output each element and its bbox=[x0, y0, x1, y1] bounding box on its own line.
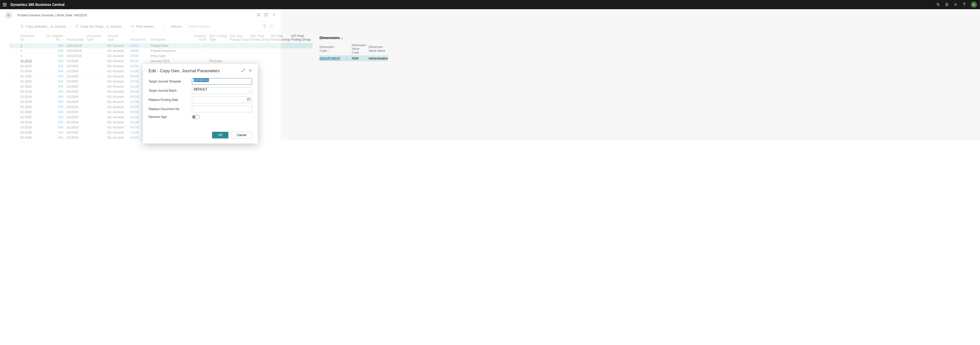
docno-input[interactable] bbox=[192, 106, 252, 112]
search-icon[interactable] bbox=[936, 3, 940, 6]
svg-line-1 bbox=[939, 5, 940, 6]
docno-label: Replace Document No. bbox=[148, 107, 192, 111]
close-icon[interactable] bbox=[248, 69, 252, 73]
col-vat-prod[interactable]: VAT Prod. Posting Group bbox=[291, 34, 311, 42]
actions-menu[interactable]: Actions bbox=[171, 24, 182, 28]
posting-date-input[interactable] bbox=[192, 96, 252, 103]
dim-col-value[interactable]: Dimension Value Code bbox=[352, 43, 367, 54]
reverse-label: Reverse Sign bbox=[148, 115, 192, 119]
col-gen-bus[interactable]: Gen. Bus. Posting Group bbox=[230, 34, 250, 42]
col-vat-bus[interactable]: VAT Bus. Posting Group bbox=[270, 34, 291, 42]
col-gen-prod[interactable]: Gen. Prod. Posting Group bbox=[250, 34, 270, 42]
batch-input[interactable]: DEFAULT bbox=[192, 87, 252, 94]
batch-label: Target Journal Batch bbox=[148, 89, 192, 93]
table-row[interactable]: 184812/31/2018G/L Account10300Petty Cash… bbox=[9, 54, 312, 59]
svg-line-9 bbox=[243, 69, 245, 70]
dimension-row[interactable]: DEPARTMENT ⋮ ADM Administration bbox=[320, 56, 388, 62]
avatar[interactable]: IK bbox=[971, 2, 977, 8]
breadcrumb: Posted General Journals | Work Date: 4/6… bbox=[18, 13, 87, 17]
col-posting-date[interactable]: Posting Date bbox=[66, 38, 87, 42]
col-gen-posting-type[interactable]: Gen. Posting Type bbox=[209, 34, 230, 42]
gear-icon[interactable] bbox=[953, 3, 958, 6]
dialog-title: Edit - Copy Gen. Journal Parameters bbox=[148, 69, 220, 73]
template-label: Target Journal Template bbox=[148, 80, 192, 83]
svg-point-6 bbox=[132, 25, 133, 27]
dimensions-factbox: Dimensions⌄ Dimension Code ↑ Dimension V… bbox=[312, 32, 390, 141]
toolbar: Copy Selected ...to Journal... Copy G/L … bbox=[0, 21, 281, 32]
popout-icon[interactable] bbox=[264, 13, 268, 18]
filter-icon[interactable] bbox=[263, 24, 266, 29]
col-acct-no[interactable]: Account No. bbox=[130, 38, 151, 42]
col-currency[interactable]: Currency Code bbox=[189, 34, 209, 42]
svg-marker-8 bbox=[263, 25, 266, 27]
col-gl-register[interactable]: G/L Register No. ↑ bbox=[46, 34, 66, 42]
svg-point-0 bbox=[937, 3, 939, 5]
table-row[interactable]: → ⋮184812/31/2018G/L Account10500Prepaid… bbox=[9, 43, 312, 48]
svg-rect-4 bbox=[21, 25, 23, 27]
copy-register-button[interactable]: Copy G/L Regis...to Journal... bbox=[75, 24, 124, 28]
ok-button[interactable]: OK bbox=[212, 132, 228, 138]
dimensions-title[interactable]: Dimensions⌄ bbox=[320, 36, 388, 40]
grid-header: Document No. G/L Register No. ↑ Posting … bbox=[9, 33, 312, 43]
dim-col-name[interactable]: Dimension Value Name bbox=[369, 45, 388, 53]
fewer-options-button[interactable]: Fewer options bbox=[189, 24, 210, 28]
reverse-sign-toggle[interactable] bbox=[192, 115, 200, 119]
bell-icon[interactable] bbox=[945, 3, 949, 6]
row-menu-icon[interactable]: ⋮ bbox=[344, 57, 350, 60]
table-row[interactable]: 184812/31/2018G/L Account10600Prepaid In… bbox=[9, 48, 312, 54]
posting-date-label: Replace Posting Date bbox=[148, 98, 192, 102]
copy-selected-button[interactable]: Copy Selected ...to Journal... bbox=[21, 24, 68, 28]
cancel-button[interactable]: Cancel bbox=[231, 132, 252, 138]
svg-rect-13 bbox=[248, 98, 250, 101]
col-acct-type[interactable]: Account Type bbox=[107, 34, 130, 42]
table-row[interactable]: 01-20198451/1/2019G/L Account60100Januar… bbox=[9, 59, 312, 64]
info-icon[interactable]: i bbox=[269, 24, 274, 28]
expand-icon[interactable] bbox=[242, 69, 245, 73]
col-description[interactable]: Description bbox=[151, 38, 189, 42]
dim-value: ADM bbox=[352, 57, 367, 60]
svg-line-10 bbox=[242, 71, 243, 72]
bookmark-icon[interactable] bbox=[257, 13, 260, 18]
col-doc-no[interactable]: Document No. bbox=[21, 34, 46, 42]
svg-point-2 bbox=[955, 4, 956, 5]
topbar: Dynamics 365 Business Central ? IK bbox=[0, 0, 980, 9]
breadcrumb-bar: Posted General Journals | Work Date: 4/6… bbox=[0, 9, 281, 21]
dim-code-link[interactable]: DEPARTMENT bbox=[320, 57, 342, 60]
copy-journal-dialog: Edit - Copy Gen. Journal Parameters Targ… bbox=[143, 64, 258, 141]
dim-name: Administration bbox=[369, 57, 388, 60]
calendar-icon[interactable] bbox=[247, 98, 251, 102]
col-doc-type[interactable]: Document Type bbox=[87, 34, 107, 42]
help-icon[interactable]: ? bbox=[962, 3, 966, 6]
app-launcher-icon[interactable] bbox=[3, 3, 6, 6]
back-button[interactable] bbox=[5, 12, 12, 19]
brand-title: Dynamics 365 Business Central bbox=[11, 3, 65, 6]
collapse-icon[interactable] bbox=[272, 13, 275, 18]
template-input[interactable]: GENERAL bbox=[192, 78, 252, 85]
chevron-down-icon: ⌄ bbox=[341, 36, 343, 40]
svg-rect-5 bbox=[76, 25, 78, 27]
dim-col-code[interactable]: Dimension Code ↑ bbox=[320, 45, 342, 53]
svg-line-7 bbox=[133, 27, 134, 28]
find-entries-button[interactable]: Find entries... bbox=[131, 24, 156, 28]
